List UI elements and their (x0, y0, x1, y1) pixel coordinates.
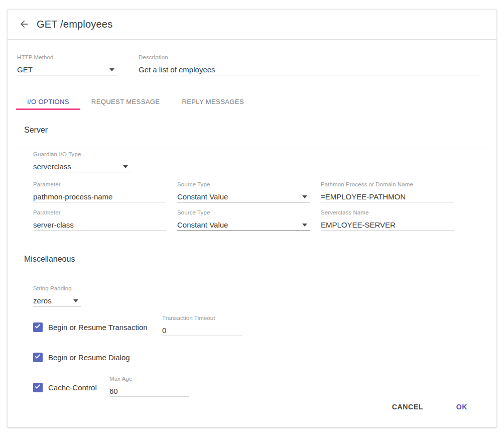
server-section-title: Server (24, 126, 48, 135)
field-underline (109, 396, 189, 397)
dialog-header: GET /employees (8, 10, 496, 40)
field-underline (33, 230, 166, 231)
transaction-checkbox-row: Begin or Resume Transaction (33, 322, 148, 332)
chevron-down-icon (73, 299, 78, 302)
string-padding-select[interactable]: String Padding zeros (33, 285, 81, 306)
description-field: Description (139, 54, 481, 75)
string-padding-label: String Padding (33, 285, 81, 292)
parameter-field: Parameter (33, 209, 166, 231)
field-underline (162, 336, 242, 336)
check-icon (35, 383, 41, 389)
dialog-checkbox-row: Begin or Resume Dialog (33, 353, 130, 362)
field-underline (33, 202, 166, 202)
begin-transaction-label: Begin or Resume Transaction (48, 323, 148, 332)
endpoint-editor-dialog: GET /employees HTTP Method GET Descripti… (7, 9, 497, 427)
back-button[interactable] (18, 19, 30, 31)
guardian-io-type-value: serverclass (33, 161, 131, 172)
max-age-field: Max Age (109, 375, 189, 397)
cache-control-label: Cache-Control (48, 383, 97, 392)
guardian-io-type-select[interactable]: Guardian I/O Type serverclass (33, 151, 131, 172)
source-type-select[interactable]: Source Type Constant Value (177, 209, 310, 231)
http-method-value: GET (17, 64, 117, 75)
tab-bar: I/O OPTIONS REQUEST MESSAGE REPLY MESSAG… (16, 95, 255, 110)
serverclass-name-input[interactable] (321, 220, 454, 230)
parameter-field: Parameter (33, 181, 166, 202)
page-title: GET /employees (37, 19, 112, 30)
chevron-down-icon (302, 224, 307, 227)
field-underline (33, 306, 81, 306)
source-type-label: Source Type (177, 181, 310, 188)
check-icon (35, 353, 41, 359)
chevron-down-icon (109, 68, 114, 71)
tab-io-options[interactable]: I/O OPTIONS (16, 95, 80, 110)
pathmon-process-input[interactable] (321, 191, 454, 202)
description-input[interactable] (139, 64, 481, 75)
http-method-select[interactable]: HTTP Method GET (17, 54, 117, 75)
field-underline (321, 230, 454, 231)
transaction-timeout-input[interactable] (162, 325, 242, 336)
begin-dialog-label: Begin or Resume Dialog (48, 353, 130, 362)
begin-transaction-checkbox[interactable] (33, 322, 43, 332)
guardian-io-type-label: Guardian I/O Type (33, 151, 131, 158)
check-icon (35, 323, 41, 329)
tab-request-message[interactable]: REQUEST MESSAGE (80, 95, 171, 110)
description-label: Description (139, 54, 481, 61)
back-arrow-icon (19, 19, 30, 30)
section-divider (16, 148, 489, 148)
field-underline (17, 75, 117, 75)
chevron-down-icon (302, 195, 307, 198)
parameter-label: Parameter (33, 209, 166, 216)
ok-button[interactable]: OK (448, 399, 475, 415)
source-type-value: Constant Value (177, 191, 310, 202)
source-type-select[interactable]: Source Type Constant Value (177, 181, 310, 202)
tab-reply-messages[interactable]: REPLY MESSAGES (171, 95, 255, 110)
pathmon-process-label: Pathmon Process or Domain Name (321, 181, 454, 188)
cache-control-checkbox-row: Cache-Control (33, 383, 97, 392)
string-padding-value: zeros (33, 295, 81, 306)
max-age-input[interactable] (109, 386, 189, 396)
source-type-label: Source Type (177, 209, 310, 216)
transaction-timeout-label: Transaction Timeout (162, 314, 242, 321)
source-type-value: Constant Value (177, 220, 310, 230)
parameter-label: Parameter (33, 181, 166, 188)
field-underline (177, 230, 310, 231)
field-underline (177, 202, 310, 202)
cache-control-checkbox[interactable] (33, 383, 43, 392)
misc-section-title: Miscellaneous (24, 255, 75, 264)
field-underline (139, 75, 481, 75)
parameter-input[interactable] (33, 191, 166, 202)
field-underline (33, 172, 131, 172)
chevron-down-icon (123, 165, 128, 168)
field-underline (321, 202, 454, 202)
section-divider (16, 275, 489, 275)
dialog-actions: CANCEL OK (384, 399, 475, 415)
http-method-label: HTTP Method (17, 54, 117, 61)
serverclass-name-label: Serverclass Name (321, 209, 454, 216)
max-age-label: Max Age (109, 375, 189, 382)
cancel-button[interactable]: CANCEL (384, 399, 431, 415)
transaction-timeout-field: Transaction Timeout (162, 314, 242, 336)
begin-dialog-checkbox[interactable] (33, 353, 43, 362)
serverclass-name-field: Serverclass Name (321, 209, 454, 231)
parameter-input[interactable] (33, 220, 166, 230)
pathmon-process-field: Pathmon Process or Domain Name (321, 181, 454, 202)
